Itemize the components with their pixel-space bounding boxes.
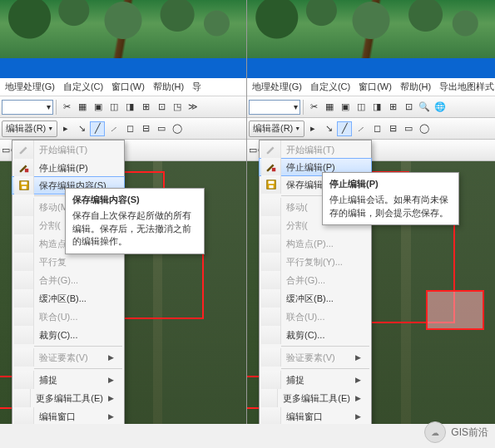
scale-combo[interactable]: ▾ [249,100,300,115]
menu-item[interactable]: 缓冲区(B)... [12,289,124,308]
tool-icon[interactable]: ▦ [322,100,337,115]
tool-icon[interactable]: ⊞ [138,100,153,115]
scale-combo[interactable]: ▾ [2,100,53,115]
tool-icon[interactable]: 🔍 [417,100,432,115]
edit-line-icon[interactable]: ╱ [337,121,352,136]
menu-item[interactable]: 窗口(W) [355,79,395,95]
menu-item[interactable]: 裁剪(C)... [12,326,124,344]
menu-item-label: 联合(U)... [34,311,114,323]
left-pane: 地理处理(G)自定义(C)窗口(W)帮助(H)导 ▾ ✂ ▦ ▣ ◫ ◨ ⊞ ⊡… [0,0,247,424]
menubar-right[interactable]: 地理处理(G)自定义(C)窗口(W)帮助(H)导出地图样式(E [247,78,495,96]
menu-item: 平行复制(Y)... [260,253,371,271]
menu-item[interactable]: 窗口(W) [108,79,148,95]
menu-item: 验证要素(V)▶ [260,348,371,367]
blank-icon [14,371,34,389]
menu-item-label: 开始编辑(T) [34,144,114,156]
edit-circle-icon[interactable]: ◯ [417,121,432,136]
editor-toolbar[interactable]: 编辑器(R)▼ ▸ ↘ ╱ ⟋ ◻ ⊟ ▭ ◯ [0,118,246,140]
menu-item[interactable]: 帮助(H) [150,79,187,95]
tool-icon[interactable]: ▣ [338,100,353,115]
menu-item-label: 合并(G)... [281,274,361,287]
edit-arc-icon[interactable]: ⟋ [353,121,368,136]
menu-item: 开始编辑(T) [12,140,124,159]
menu-item-label: 捕捉 [281,374,350,386]
menu-item[interactable]: 更多编辑工具(E)▶ [260,389,371,407]
svg-rect-6 [268,181,274,185]
select-icon[interactable]: ▭ [249,145,257,155]
edit-rect-icon[interactable]: ▭ [154,121,169,136]
blank-icon [14,326,34,344]
edit-circle-icon[interactable]: ◯ [170,121,185,136]
brand-avatar-icon: ☁ [424,421,446,443]
blue-bar [0,58,246,78]
submenu-arrow-icon: ▶ [350,353,361,362]
editor-toolbar[interactable]: 编辑器(R)▼ ▸ ↘ ╱ ⟋ ◻ ⊟ ▭ ◯ [247,118,495,140]
menu-item[interactable]: 停止编辑(P) [12,159,124,177]
tool-icon[interactable]: ◫ [106,100,121,115]
menu-item-label: 合并(G)... [34,274,114,287]
tool-icon[interactable]: ◨ [122,100,137,115]
tool-icon[interactable]: ▣ [91,100,106,115]
tool-icon[interactable]: ✂ [59,100,74,115]
blue-bar [247,58,495,78]
menu-item[interactable]: 裁剪(C)... [260,326,371,344]
menu-item[interactable]: 导 [189,79,205,95]
submenu-arrow-icon: ▶ [350,394,361,402]
menu-item[interactable]: 编辑窗口▶ [260,407,371,424]
menu-item[interactable]: 编辑窗口▶ [12,407,124,424]
menu-item[interactable]: 缓冲区(B)... [260,289,371,308]
menu-item-label: 平行复制(Y)... [281,256,361,268]
edit-poly-icon[interactable]: ◻ [122,121,137,136]
main-toolbar[interactable]: ▾ ✂ ▦ ▣ ◫ ◨ ⊞ ⊡ ◳ ≫ [0,96,246,118]
tool-icon[interactable]: ⊡ [401,100,416,115]
edit-poly-icon[interactable]: ◻ [369,121,384,136]
menu-item[interactable]: 帮助(H) [397,79,434,95]
tool-icon[interactable]: ✂ [306,100,321,115]
menu-item-label: 裁剪(C)... [281,329,361,342]
menu-item[interactable]: 地理处理(G) [249,79,305,95]
menu-item[interactable]: 自定义(C) [60,79,106,95]
editor-menu-button[interactable]: 编辑器(R)▼ [2,121,57,137]
edit-tool-icon[interactable]: ↘ [74,121,89,136]
edit-line-icon[interactable]: ╱ [90,121,105,136]
blank-icon [14,198,34,216]
pencil-stop-icon [14,159,34,177]
select-icon[interactable]: ▭ [2,145,10,155]
edit-rect-icon[interactable]: ▭ [401,121,416,136]
tool-icon[interactable]: ◨ [369,100,384,115]
tool-icon[interactable]: ◳ [170,100,185,115]
tool-icon[interactable]: ◫ [354,100,369,115]
edit-tool-icon[interactable]: ↘ [321,121,336,136]
title-image [0,0,246,58]
tool-icon[interactable]: ⊞ [385,100,400,115]
blank-icon [261,216,281,234]
tool-icon[interactable]: ▦ [75,100,90,115]
menu-item[interactable]: 导出地图样式(E [436,79,495,95]
editor-menu-button[interactable]: 编辑器(R)▼ [249,121,304,137]
menu-item[interactable]: 捕捉▶ [12,371,124,389]
menubar-left[interactable]: 地理处理(G)自定义(C)窗口(W)帮助(H)导 [0,78,246,96]
menu-item[interactable]: 更多编辑工具(E)▶ [12,389,124,407]
pencil-stop-icon [261,158,281,176]
edit-split-icon[interactable]: ⊟ [385,121,400,136]
edit-split-icon[interactable]: ⊟ [138,121,153,136]
menu-item-label: 停止编辑(P) [34,162,114,175]
edit-arc-icon[interactable]: ⟋ [106,121,121,136]
menu-item[interactable]: 捕捉▶ [260,371,371,389]
menu-item[interactable]: 地理处理(G) [2,79,58,95]
blank-icon [14,234,34,253]
save-icon [261,175,281,194]
tool-icon[interactable]: ≫ [186,100,200,115]
tool-icon[interactable]: ⊡ [154,100,169,115]
tool-icon[interactable]: 🌐 [433,100,448,115]
blank-icon [14,389,31,407]
menu-item[interactable]: 自定义(C) [307,79,354,95]
edit-cursor-icon[interactable]: ▸ [305,121,320,136]
blank-icon [14,289,34,308]
main-toolbar[interactable]: ▾ ✂ ▦ ▣ ◫ ◨ ⊞ ⊡ 🔍 🌐 [247,96,495,118]
blank-icon [261,326,281,344]
editor-dropdown[interactable]: 开始编辑(T)停止编辑(P)保存编辑内容(S)移动(M分割(构造点平行复合并(G… [12,140,125,424]
blank-icon [261,371,281,389]
brand-label: GIS前沿 [451,426,488,440]
edit-cursor-icon[interactable]: ▸ [58,121,73,136]
